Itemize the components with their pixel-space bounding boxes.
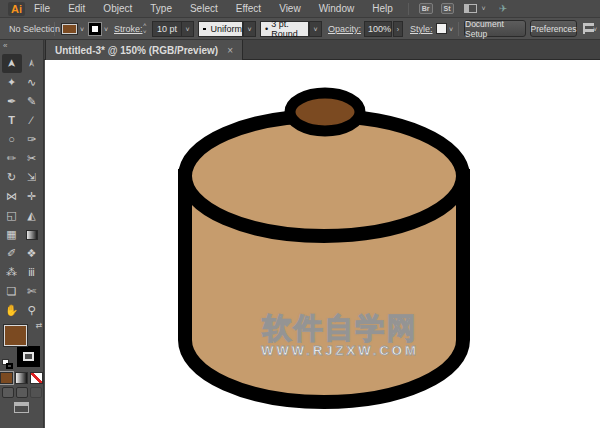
pencil-tool[interactable]: ✏ xyxy=(2,149,22,168)
menu-select[interactable]: Select xyxy=(181,0,227,18)
type-tool[interactable]: T xyxy=(2,111,22,130)
fill-stroke-indicator: ⇄ xyxy=(2,323,42,369)
close-tab-icon[interactable]: × xyxy=(227,45,233,56)
scale-tool-icon: ⇲ xyxy=(27,172,36,183)
gradient-mode-button[interactable] xyxy=(15,372,28,384)
hand-tool[interactable]: ✋ xyxy=(2,301,22,320)
puppet-warp-tool[interactable]: ✛ xyxy=(22,187,42,206)
shape-builder-tool[interactable]: ◱ xyxy=(2,206,22,225)
menu-type[interactable]: Type xyxy=(141,0,181,18)
watermark-title: 软件自学网 xyxy=(195,313,485,344)
none-mode-button[interactable] xyxy=(30,372,43,384)
artboard-tool[interactable]: ❏ xyxy=(2,282,22,301)
magic-wand-tool[interactable]: ✦ xyxy=(2,73,22,92)
stroke-swatch[interactable] xyxy=(17,346,40,367)
opacity-input[interactable]: 100% xyxy=(364,21,392,37)
preferences-button[interactable]: Preferences xyxy=(530,20,577,37)
stepper-up-icon[interactable]: ˄ xyxy=(143,22,147,29)
bridge-button[interactable]: Br xyxy=(419,3,433,14)
fill-chevron-down-icon[interactable]: ˅ xyxy=(80,26,84,33)
ellipse-tool[interactable]: ○ xyxy=(2,130,22,149)
width-profile-select[interactable]: Uniform xyxy=(198,21,243,37)
document-setup-button[interactable]: Document Setup xyxy=(464,20,526,37)
line-segment-tool[interactable]: ∕ xyxy=(22,111,42,130)
gradient-tool[interactable]: ▤ xyxy=(22,225,42,244)
paintbrush-tool-icon: ✑ xyxy=(27,134,36,145)
stock-button[interactable]: St xyxy=(441,3,454,14)
stepper-down-icon[interactable]: ˅ xyxy=(143,29,147,36)
chevron-down-icon[interactable]: ˅ xyxy=(593,26,597,33)
scissors-tool[interactable]: ✂ xyxy=(22,149,42,168)
perspective-grid-tool[interactable]: ◭ xyxy=(22,206,42,225)
draw-normal-button[interactable] xyxy=(2,387,14,398)
stroke-profile-line-icon xyxy=(203,28,206,30)
selection-tool[interactable]: ➤ xyxy=(2,54,22,73)
brush-definition-select[interactable]: • 3 pt. Round xyxy=(260,21,309,37)
draw-behind-button[interactable] xyxy=(16,387,28,398)
menu-effect[interactable]: Effect xyxy=(227,0,270,18)
toolbar-collapse-button[interactable]: « xyxy=(0,40,43,54)
mesh-tool[interactable]: ▦ xyxy=(2,225,22,244)
gradient-tool-icon: ▤ xyxy=(26,230,38,240)
document-tab[interactable]: Untitled-3* @ 150% (RGB/Preview) × xyxy=(45,40,243,60)
style-swatch[interactable] xyxy=(436,23,447,34)
eyedropper-tool-icon: ✐ xyxy=(7,248,16,259)
artboard-tool-icon: ❏ xyxy=(7,286,17,297)
menu-file[interactable]: File xyxy=(25,0,59,18)
paintbrush-tool[interactable]: ✑ xyxy=(22,130,42,149)
color-mode-button[interactable] xyxy=(0,372,13,384)
menu-object[interactable]: Object xyxy=(94,0,141,18)
artboard-canvas[interactable]: 软件自学网 WWW.RJZXW.COM xyxy=(45,60,600,428)
zoom-tool[interactable]: ⚲ xyxy=(22,301,42,320)
shape-builder-tool-icon: ◱ xyxy=(6,210,16,221)
width-tool[interactable]: ⋈ xyxy=(2,187,22,206)
scale-tool[interactable]: ⇲ xyxy=(22,168,42,187)
direct-selection-tool[interactable]: ➣ xyxy=(22,54,42,73)
stroke-panel-link[interactable]: Stroke: xyxy=(114,18,143,40)
swap-fill-stroke-icon[interactable]: ⇄ xyxy=(36,321,43,330)
stroke-color-well[interactable] xyxy=(89,23,101,35)
blend-tool[interactable]: ❖ xyxy=(22,244,42,263)
share-icon[interactable]: ✈ xyxy=(499,3,507,14)
opacity-more-button[interactable]: › xyxy=(393,21,403,37)
pot-knob[interactable] xyxy=(290,93,360,131)
brush-chevron[interactable]: ˅ xyxy=(309,21,322,37)
fill-swatch[interactable] xyxy=(4,325,27,346)
watermark-url: WWW.RJZXW.COM xyxy=(195,344,485,358)
column-graph-tool[interactable]: ⅲ xyxy=(22,263,42,282)
draw-mode-row xyxy=(0,387,43,398)
curvature-tool[interactable]: ✎ xyxy=(22,92,42,111)
document-tab-bar: Untitled-3* @ 150% (RGB/Preview) × xyxy=(44,40,600,60)
menu-edit[interactable]: Edit xyxy=(59,0,94,18)
stroke-chevron-down-icon[interactable]: ˅ xyxy=(104,26,108,33)
pencil-tool-icon: ✏ xyxy=(7,153,16,164)
slice-tool[interactable]: ✄ xyxy=(22,282,42,301)
menu-help[interactable]: Help xyxy=(363,0,402,18)
menu-window[interactable]: Window xyxy=(310,0,364,18)
screen-mode-button[interactable] xyxy=(14,402,29,413)
chevron-down-icon[interactable]: ˅ xyxy=(181,22,193,36)
symbol-sprayer-tool-icon: ⁂ xyxy=(6,267,17,278)
fill-color-well[interactable] xyxy=(61,23,78,35)
style-panel-link[interactable]: Style: xyxy=(410,18,433,40)
chevron-down-icon[interactable]: ˅ xyxy=(482,5,486,12)
stroke-weight-select[interactable]: 10 pt ˅ xyxy=(152,21,194,37)
lasso-tool[interactable]: ∿ xyxy=(22,73,42,92)
slice-tool-icon: ✄ xyxy=(27,286,36,297)
width-profile-chevron[interactable]: ˅ xyxy=(243,21,256,37)
opacity-panel-link[interactable]: Opacity: xyxy=(328,18,361,40)
symbol-sprayer-tool[interactable]: ⁂ xyxy=(2,263,22,282)
brush-name: 3 pt. Round xyxy=(271,19,308,39)
default-fill-stroke-icon[interactable] xyxy=(2,359,13,369)
stroke-weight-stepper[interactable]: ˄ ˅ xyxy=(143,22,147,36)
workspace-switcher-icon[interactable] xyxy=(464,4,477,13)
tools-panel: « ➤ ➣ ✦ ∿ ✒ ✎ T ∕ ○ ✑ ✏ ✂ ↻ ⇲ ⋈ ✛ ◱ ◭ ▦ … xyxy=(0,40,44,428)
control-separator xyxy=(54,22,55,36)
pen-tool[interactable]: ✒ xyxy=(2,92,22,111)
menu-view[interactable]: View xyxy=(270,0,310,18)
style-chevron-down-icon[interactable]: ˅ xyxy=(449,26,453,33)
opacity-value: 100% xyxy=(368,24,391,34)
rotate-tool[interactable]: ↻ xyxy=(2,168,22,187)
default-stroke-mini xyxy=(6,363,13,369)
eyedropper-tool[interactable]: ✐ xyxy=(2,244,22,263)
